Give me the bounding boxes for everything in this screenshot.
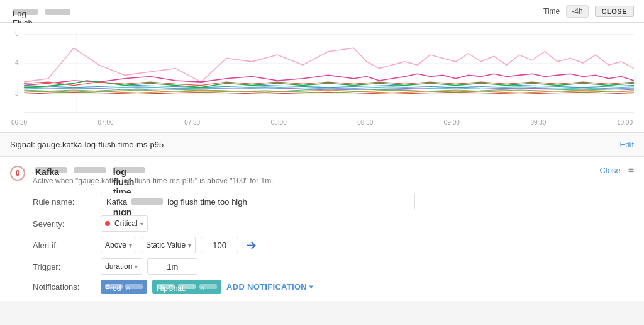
alert-section: 0 Kafka log flush time too high Active w… [0, 157, 644, 301]
redacted-hipchat [178, 284, 196, 289]
rule-name-input[interactable]: Kafka log flush time too high [101, 193, 415, 210]
severity-label: Severity: [33, 219, 96, 229]
time-value: -4h [566, 5, 588, 18]
redacted-rule-name [131, 198, 163, 205]
redacted-hostname [45, 9, 70, 15]
alert-threshold-input[interactable] [201, 237, 238, 253]
chart-container: 5 4 3 06:30 07:00 07:30 08:00 08:30 0 [0, 23, 644, 133]
notif-tag-label: Prod Oncall [105, 284, 123, 289]
notif-tag-prod-oncall: Prod Oncall ✕ [101, 280, 147, 294]
signal-bar: Signal: gauge.kafka-log-flush-time-ms-p9… [0, 133, 644, 157]
notif-tag-hipchat-label: HipChat: [157, 284, 174, 289]
alert-above-select[interactable]: Above [101, 237, 136, 253]
severity-dot [105, 221, 110, 226]
alert-badge: 0 [10, 166, 25, 181]
header-right: Time -4h CLOSE [543, 5, 634, 18]
edit-link[interactable]: Edit [620, 140, 634, 149]
alert-title: Kafka log flush time too high [33, 164, 274, 174]
notif-tag-close-hipchat[interactable]: ✕ [199, 284, 217, 289]
alert-if-label: Alert if: [33, 241, 96, 250]
notifications-row: Notifications: Prod Oncall ✕ HipChat: ✕ … [33, 280, 634, 294]
header-title: Log Flush Time (ms) Detector for [10, 6, 73, 16]
alert-info: Kafka log flush time too high Active whe… [33, 164, 274, 185]
alert-header-right: Close ≡ [599, 164, 634, 176]
duration-select[interactable]: duration [101, 258, 142, 275]
rule-name-label: Rule name: [33, 197, 96, 207]
chart-x-labels: 06:30 07:00 07:30 08:00 08:30 09:00 09:3… [10, 119, 634, 126]
notif-tag-hipchat: HipChat: ✕ [152, 280, 221, 294]
alert-static-select[interactable]: Static Value [142, 237, 196, 253]
form-grid: Rule name: Kafka log flush time too high… [10, 193, 634, 294]
header-bar: Log Flush Time (ms) Detector for Time -4… [0, 0, 644, 23]
rule-name-row: Rule name: Kafka log flush time too high [33, 193, 634, 210]
severity-row: Severity: Critical [33, 215, 634, 232]
add-notification-chevron: ▾ [309, 283, 313, 290]
alert-header-left: 0 Kafka log flush time too high Active w… [10, 164, 274, 185]
alert-subtitle: Active when "gauge.kafka-log-flush-time-… [33, 176, 274, 185]
title-prefix-text: Log Flush Time (ms) Detector for [13, 9, 38, 15]
chart-svg: 5 4 3 [10, 28, 634, 116]
svg-text:3: 3 [15, 89, 19, 96]
redacted-name-alert [74, 167, 106, 173]
alert-if-row: Alert if: Above Static Value ➔ [33, 237, 634, 253]
notif-tag-close-prod[interactable]: ✕ [125, 284, 143, 289]
alert-header: 0 Kafka log flush time too high Active w… [10, 164, 634, 185]
alert-close-link[interactable]: Close [599, 166, 620, 175]
notifications-label: Notifications: [33, 282, 96, 292]
add-notification-button[interactable]: ADD NOTIFICATION ▾ [226, 282, 313, 292]
severity-select[interactable]: Critical [101, 215, 148, 232]
trigger-label: Trigger: [33, 262, 96, 271]
trigger-value-input[interactable]: 1m [147, 258, 197, 275]
close-button[interactable]: CLOSE [595, 6, 634, 17]
trigger-row: Trigger: duration 1m [33, 258, 634, 275]
svg-text:5: 5 [15, 30, 19, 37]
signal-label: Signal: gauge.kafka-log-flush-time-ms-p9… [10, 140, 164, 149]
svg-text:4: 4 [15, 59, 19, 66]
time-label: Time [543, 7, 560, 16]
arrow-right-icon: ➔ [246, 237, 257, 253]
menu-icon[interactable]: ≡ [628, 164, 634, 176]
